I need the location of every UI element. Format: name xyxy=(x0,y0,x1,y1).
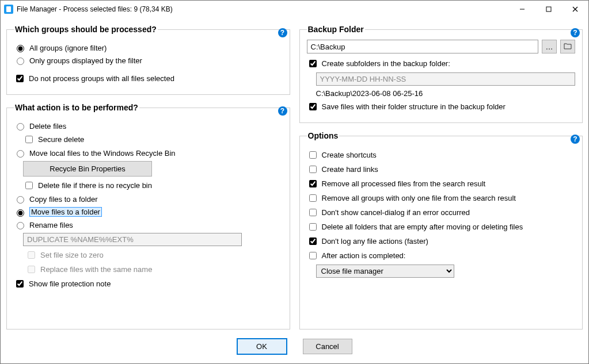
radio-all-groups-label: All groups (ignore filter) xyxy=(29,44,107,52)
chk-secure-delete[interactable] xyxy=(25,136,33,143)
chk-show-protection[interactable] xyxy=(16,280,24,288)
chk-no-log-label: Don't log any file actions (faster) xyxy=(322,237,428,246)
chk-after-action-label: After action is completed: xyxy=(322,251,406,260)
left-column: Which groups should be processed? ? All … xyxy=(6,25,290,329)
svg-rect-3 xyxy=(546,7,551,12)
titlebar: File Manager - Process selected files: 9… xyxy=(1,1,588,18)
chk-no-log[interactable] xyxy=(309,237,317,245)
chk-skip-all-selected[interactable] xyxy=(16,75,24,82)
app-icon xyxy=(4,5,13,14)
options-fieldset: Options ? Create shortcuts Create hard l… xyxy=(299,131,583,329)
radio-delete[interactable] xyxy=(17,123,24,131)
after-action-select[interactable]: Close file manager xyxy=(316,265,454,278)
help-icon[interactable]: ? xyxy=(278,106,287,116)
chk-zero-size xyxy=(28,251,35,259)
footer: OK Cancel xyxy=(1,332,588,363)
minimize-button[interactable] xyxy=(509,1,535,18)
radio-all-groups[interactable] xyxy=(17,45,24,52)
radio-filtered-groups-label: Only groups displayed by the filter xyxy=(29,56,142,65)
content: Which groups should be processed? ? All … xyxy=(1,18,588,332)
browse-button[interactable] xyxy=(560,40,575,53)
backup-legend: Backup Folder xyxy=(307,25,365,34)
more-button[interactable]: … xyxy=(542,40,557,53)
maximize-button[interactable] xyxy=(535,1,562,18)
chk-remove-processed[interactable] xyxy=(309,180,317,187)
radio-delete-label: Delete files xyxy=(29,122,66,131)
chk-zero-size-label: Set file size to zero xyxy=(40,251,104,259)
right-column: Backup Folder ? … Create subfolder xyxy=(299,25,583,329)
backup-path-input[interactable] xyxy=(307,40,539,53)
help-icon[interactable]: ? xyxy=(571,135,580,144)
chk-delete-no-bin-label: Delete file if there is no recycle bin xyxy=(38,181,152,190)
help-icon[interactable]: ? xyxy=(571,28,580,37)
ellipsis-icon: … xyxy=(546,43,553,51)
radio-rename[interactable] xyxy=(17,222,24,229)
chk-secure-delete-label: Secure delete xyxy=(38,135,84,144)
cancel-button[interactable]: Cancel xyxy=(303,339,352,354)
radio-recycle-label: Move local files to the Windows Recycle … xyxy=(29,149,176,158)
close-button[interactable] xyxy=(562,1,588,18)
chk-remove-processed-label: Remove all processed files from the sear… xyxy=(322,179,486,188)
radio-copy[interactable] xyxy=(17,196,24,204)
backup-preview-path: C:\Backup\2023-06-08 06-25-16 xyxy=(316,89,423,98)
subfolder-format-input[interactable] xyxy=(316,72,576,86)
radio-filtered-groups[interactable] xyxy=(17,58,24,65)
recycle-bin-props-button[interactable]: Recycle Bin Properties xyxy=(23,161,152,177)
chk-show-protection-label: Show file protection note xyxy=(29,279,111,288)
chk-keep-structure[interactable] xyxy=(309,103,317,110)
action-legend: What action is to be performed? xyxy=(14,103,139,112)
options-legend: Options xyxy=(307,131,340,140)
action-fieldset: What action is to be performed? ? Delete… xyxy=(6,103,290,329)
chk-skip-all-selected-label: Do not process groups with all files sel… xyxy=(29,74,174,83)
chk-after-action[interactable] xyxy=(309,252,317,259)
chk-no-cancel-dialog[interactable] xyxy=(309,209,317,216)
chk-remove-single-label: Remove all groups with only one file fro… xyxy=(322,194,516,202)
radio-recycle[interactable] xyxy=(17,150,24,158)
chk-delete-no-bin[interactable] xyxy=(25,182,33,189)
window: File Manager - Process selected files: 9… xyxy=(0,0,589,364)
chk-delete-empty-label: Delete all folders that are empty after … xyxy=(322,223,523,231)
help-icon[interactable]: ? xyxy=(278,28,287,37)
chk-shortcuts[interactable] xyxy=(309,151,317,159)
radio-move[interactable] xyxy=(17,209,24,217)
window-title: File Manager - Process selected files: 9… xyxy=(17,5,509,13)
ok-button[interactable]: OK xyxy=(237,339,287,354)
backup-fieldset: Backup Folder ? … Create subfolder xyxy=(299,25,583,123)
chk-delete-empty[interactable] xyxy=(309,223,317,231)
chk-shortcuts-label: Create shortcuts xyxy=(322,151,377,159)
groups-fieldset: Which groups should be processed? ? All … xyxy=(6,25,290,95)
chk-subfolders-label: Create subfolders in the backup folder: xyxy=(322,59,450,68)
chk-no-cancel-dialog-label: Don't show cancel-dialog if an error occ… xyxy=(322,208,470,217)
chk-hardlinks-label: Create hard links xyxy=(322,165,378,174)
groups-legend: Which groups should be processed? xyxy=(14,25,158,34)
chk-replace-same xyxy=(28,266,35,273)
radio-rename-label: Rename files xyxy=(29,221,73,229)
chk-hardlinks[interactable] xyxy=(309,166,317,173)
chk-subfolders[interactable] xyxy=(309,60,317,67)
svg-rect-1 xyxy=(6,6,11,12)
radio-move-label: Move files to a folder xyxy=(29,207,102,217)
folder-icon xyxy=(564,43,572,51)
chk-remove-single[interactable] xyxy=(309,194,317,202)
rename-template-input[interactable] xyxy=(23,233,242,246)
radio-copy-label: Copy files to a folder xyxy=(29,195,98,204)
chk-keep-structure-label: Save files with their folder structure i… xyxy=(322,102,506,111)
chk-replace-same-label: Replace files with the same name xyxy=(40,265,152,274)
